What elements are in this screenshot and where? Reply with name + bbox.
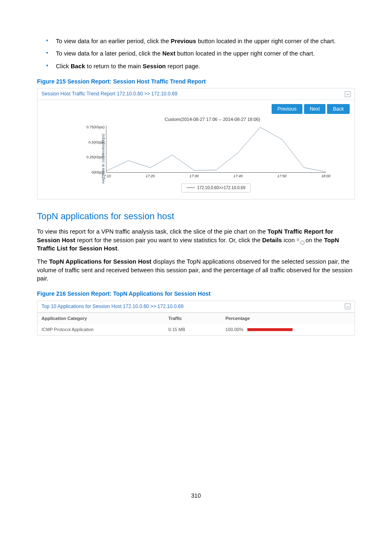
legend-swatch xyxy=(187,188,195,188)
collapse-icon[interactable]: – xyxy=(345,304,350,309)
chart-title: Custom(2014-08-27 17:06 -- 2014-08-27 18… xyxy=(99,116,326,123)
previous-button[interactable]: Previous xyxy=(272,104,302,114)
instruction-item: To view data for an earlier period, clic… xyxy=(48,37,355,45)
instruction-item: To view data for a later period, click t… xyxy=(48,49,355,58)
y-tick: 0.25(Kbps) xyxy=(83,155,105,160)
panel-header: Top 10 Applications for Session Host 172… xyxy=(37,301,355,313)
table-row: ICMP Protocol Application 0.15 MB 100.00… xyxy=(37,324,355,335)
panel-header: Session Host Traffic Trend Report 172.10… xyxy=(37,88,355,100)
chart-toolbar: Previous Next Back xyxy=(37,100,355,116)
applications-panel: Top 10 Applications for Session Host 172… xyxy=(37,301,355,336)
y-tick: 0.5(Kbps) xyxy=(83,139,105,145)
line-chart: 0.75(Kbps) 0.5(Kbps) 0.25(Kbps) 0(Kbps) … xyxy=(106,125,326,173)
next-button[interactable]: Next xyxy=(304,104,326,114)
section-heading: TopN applications for session host xyxy=(37,210,355,223)
line-path xyxy=(106,125,326,172)
chart-legend: 172.10.0.60>>172.10.0.69 xyxy=(181,183,251,192)
figure-215-caption: Figure 215 Session Report: Session Host … xyxy=(37,78,355,86)
y-tick: 0.75(Kbps) xyxy=(83,125,105,130)
instruction-item: Click Back to return to the main Session… xyxy=(48,62,355,70)
x-tick: 17:10 xyxy=(101,174,111,179)
x-tick: 17:20 xyxy=(145,174,155,179)
col-traffic: Traffic xyxy=(164,313,221,324)
cell-app-category: ICMP Protocol Application xyxy=(37,324,164,335)
applications-table: Application Category Traffic Percentage … xyxy=(37,313,355,336)
x-tick: 17:50 xyxy=(277,174,287,179)
col-app-category: Application Category xyxy=(37,313,164,324)
page-number: 310 xyxy=(37,492,355,500)
x-tick: 17:40 xyxy=(233,174,243,179)
legend-label: 172.10.0.60>>172.10.0.69 xyxy=(197,185,245,191)
figure-216-caption: Figure 216 Session Report: TopN Applicat… xyxy=(37,290,355,298)
back-button[interactable]: Back xyxy=(327,104,350,114)
chart-container: Custom(2014-08-27 17:06 -- 2014-08-27 18… xyxy=(37,116,355,199)
details-icon xyxy=(296,238,304,243)
col-percentage: Percentage xyxy=(221,313,355,324)
percentage-bar xyxy=(247,328,293,331)
table-header-row: Application Category Traffic Percentage xyxy=(37,313,355,324)
percentage-value: 100.00% xyxy=(226,327,243,333)
cell-percentage: 100.00% xyxy=(221,324,355,335)
panel-title: Session Host Traffic Trend Report 172.10… xyxy=(42,90,178,97)
instruction-list: To view data for an earlier period, clic… xyxy=(37,37,355,70)
cell-traffic: 0.15 MB xyxy=(164,324,221,335)
x-tick: 17:30 xyxy=(189,174,199,179)
panel-title: Top 10 Applications for Session Host 172… xyxy=(42,303,184,310)
trend-report-panel: Session Host Traffic Trend Report 172.10… xyxy=(37,88,355,199)
x-tick: 18:00 xyxy=(321,174,331,179)
paragraph-2: The TopN Applications for Session Host d… xyxy=(37,257,355,283)
collapse-icon[interactable]: – xyxy=(345,91,350,97)
paragraph-1: To view this report for a VPN traffic an… xyxy=(37,227,355,253)
